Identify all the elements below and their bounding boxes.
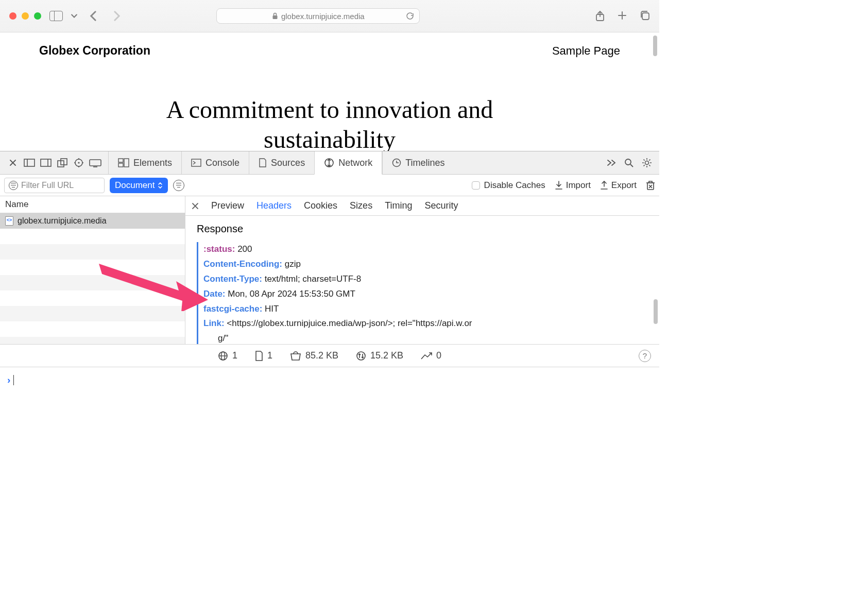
console-input[interactable]: › [0, 367, 659, 393]
trend-icon [421, 352, 432, 360]
import-button[interactable]: Import [555, 180, 591, 191]
detail-tab-security[interactable]: Security [424, 200, 458, 211]
status-transfer: 15.2 KB [356, 350, 403, 361]
page-viewport: Globex Corporation Sample Page A commitm… [0, 32, 659, 151]
close-details-button[interactable] [192, 202, 199, 210]
status-resources: 1 [255, 350, 272, 361]
forward-button[interactable] [109, 10, 125, 22]
request-details-panel: Preview Headers Cookies Sizes Timing Sec… [185, 196, 659, 344]
network-icon [324, 158, 334, 168]
detail-tab-preview[interactable]: Preview [211, 200, 244, 211]
devtools-toolbar: Elements Console Sources Network Timelin… [0, 151, 659, 175]
svg-rect-2 [642, 13, 649, 20]
tab-network[interactable]: Network [314, 151, 382, 175]
detail-tab-cookies[interactable]: Cookies [304, 200, 337, 211]
console-icon [191, 159, 201, 167]
request-row[interactable]: globex.turnipjuice.media [0, 213, 185, 229]
globe-icon [218, 351, 228, 361]
lock-icon [272, 12, 278, 20]
address-text: globex.turnipjuice.media [281, 12, 365, 21]
status-domains: 1 [218, 350, 237, 361]
reload-button[interactable] [406, 12, 414, 20]
svg-rect-16 [192, 159, 201, 166]
status-time: 0 [421, 350, 441, 361]
sources-icon [259, 158, 267, 167]
page-headline: A commitment to innovation and sustainab… [0, 95, 659, 151]
prompt-icon: › [7, 374, 10, 386]
new-tab-button[interactable] [617, 10, 627, 22]
address-bar[interactable]: globex.turnipjuice.media [216, 8, 420, 24]
tab-elements[interactable]: Elements [108, 151, 181, 174]
search-button[interactable] [624, 158, 634, 167]
svg-rect-13 [118, 159, 123, 162]
tabs-overview-button[interactable] [640, 10, 650, 22]
response-section-title: Response [197, 223, 648, 235]
more-tabs-button[interactable] [607, 159, 616, 166]
nav-sample-page[interactable]: Sample Page [552, 44, 620, 58]
disable-caches-toggle[interactable]: Disable Caches [472, 180, 545, 191]
checkbox-icon [472, 181, 480, 190]
svg-rect-11 [90, 160, 101, 166]
window-controls [9, 12, 41, 20]
svg-rect-3 [24, 159, 35, 166]
back-button[interactable] [85, 10, 101, 22]
export-icon [600, 181, 608, 190]
share-button[interactable] [595, 10, 605, 22]
sidebar-toggle-icon[interactable] [49, 11, 63, 21]
svg-point-27 [357, 352, 365, 360]
viewport-scrollbar[interactable] [653, 36, 657, 56]
settings-button[interactable] [642, 158, 652, 168]
clear-button[interactable] [646, 180, 655, 191]
browser-toolbar: globex.turnipjuice.media [0, 0, 659, 32]
details-scrollbar[interactable] [654, 299, 658, 324]
detail-tab-sizes[interactable]: Sizes [350, 200, 372, 211]
close-window-button[interactable] [9, 12, 16, 20]
network-main-panel: Name globex.turnipjuice.media Preview He… [0, 196, 659, 345]
network-filter-bar: Filter Full URL Document Disable Caches … [0, 175, 659, 196]
detail-tab-headers[interactable]: Headers [256, 200, 292, 211]
html-file-icon [5, 216, 13, 226]
tab-console[interactable]: Console [181, 151, 249, 174]
svg-rect-0 [272, 15, 277, 19]
grouping-button[interactable] [173, 180, 184, 191]
import-icon [555, 181, 563, 190]
dock-left-button[interactable] [22, 155, 37, 170]
type-filter-document[interactable]: Document [110, 178, 168, 193]
timelines-icon [392, 158, 401, 167]
close-devtools-button[interactable] [5, 155, 21, 170]
stepper-icon [158, 182, 163, 189]
elements-icon [118, 158, 129, 167]
dock-popout-button[interactable] [55, 155, 70, 170]
svg-rect-14 [118, 163, 123, 167]
svg-point-10 [78, 162, 79, 163]
responsive-mode-button[interactable] [88, 155, 103, 170]
target-picker-button[interactable] [71, 155, 87, 170]
transfer-icon [356, 351, 366, 361]
detail-tab-timing[interactable]: Timing [385, 200, 412, 211]
status-weight: 85.2 KB [290, 350, 338, 361]
svg-point-19 [625, 159, 631, 165]
sidebar-menu-chevron[interactable] [71, 13, 77, 19]
export-button[interactable]: Export [600, 180, 637, 191]
requests-list: Name globex.turnipjuice.media [0, 196, 185, 344]
console-cursor [13, 375, 14, 385]
weight-icon [290, 351, 301, 361]
svg-rect-5 [41, 159, 51, 166]
network-status-bar: 1 1 85.2 KB 15.2 KB 0 ? [0, 345, 659, 367]
filter-url-input[interactable]: Filter Full URL [4, 178, 105, 193]
help-button[interactable]: ? [639, 350, 651, 362]
dock-right-button[interactable] [38, 155, 54, 170]
document-icon [255, 351, 263, 361]
minimize-window-button[interactable] [22, 12, 29, 20]
response-headers: :status: 200 Content-Encoding: gzip Cont… [197, 242, 648, 344]
tab-timelines[interactable]: Timelines [382, 151, 454, 174]
filter-icon [9, 181, 18, 190]
svg-line-20 [630, 164, 633, 167]
site-title[interactable]: Globex Corporation [39, 44, 150, 58]
svg-rect-15 [124, 159, 129, 167]
svg-point-21 [645, 161, 649, 165]
column-name-header[interactable]: Name [0, 196, 185, 213]
fullscreen-window-button[interactable] [34, 12, 41, 20]
tab-sources[interactable]: Sources [249, 151, 314, 174]
